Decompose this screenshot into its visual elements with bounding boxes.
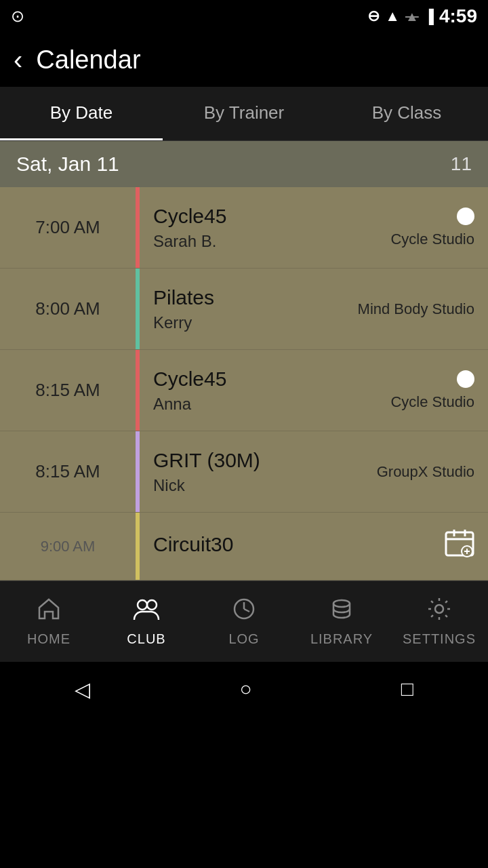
signal-icon: ▲ xyxy=(405,9,419,24)
back-icon: ‹ xyxy=(14,45,22,75)
class-details: GRIT (30M) Nick xyxy=(140,431,363,512)
class-right: Cycle Studio xyxy=(377,187,488,268)
table-row[interactable]: 8:15 AM Cycle45 Anna Cycle Studio xyxy=(0,350,488,431)
class-details: Cycle45 Sarah B. xyxy=(140,187,377,268)
library-icon xyxy=(329,597,354,627)
booking-dot xyxy=(457,370,474,388)
nav-label-library: LIBRARY xyxy=(310,631,373,647)
class-details: Circuit30 xyxy=(140,513,431,580)
table-row[interactable]: 8:15 AM GRIT (30M) Nick GroupX Studio xyxy=(0,431,488,513)
class-name: Cycle45 xyxy=(153,205,363,228)
svg-point-8 xyxy=(147,600,157,610)
class-time: 8:15 AM xyxy=(0,431,136,512)
nav-item-club[interactable]: CLUB xyxy=(98,597,195,647)
svg-point-7 xyxy=(138,600,147,610)
nav-item-library[interactable]: LIBRARY xyxy=(293,597,390,647)
date-text: Sat, Jan 11 xyxy=(16,153,119,176)
class-right xyxy=(431,513,488,580)
page-title: Calendar xyxy=(36,45,140,75)
class-time: 9:00 AM xyxy=(0,513,136,580)
studio-name: GroupX Studio xyxy=(377,463,474,481)
trainer-name: Anna xyxy=(153,395,363,414)
class-right: Cycle Studio xyxy=(377,350,488,431)
people-icon xyxy=(133,597,160,627)
clock-icon xyxy=(232,597,256,627)
class-details: Pilates Kerry xyxy=(140,269,344,349)
nav-item-log[interactable]: LOG xyxy=(195,597,293,647)
svg-point-12 xyxy=(333,600,350,607)
top-bar: ‹ Calendar xyxy=(0,33,488,87)
date-header: Sat, Jan 11 11 xyxy=(0,141,488,187)
trainer-name: Sarah B. xyxy=(153,232,363,251)
app-notification-icon: ⊙ xyxy=(11,7,24,26)
class-time: 8:15 AM xyxy=(0,350,136,431)
class-right: Mind Body Studio xyxy=(344,269,488,349)
class-time: 7:00 AM xyxy=(0,187,136,268)
nav-item-settings[interactable]: SETTINGS xyxy=(390,597,488,647)
svg-line-11 xyxy=(244,609,249,612)
tab-by-class[interactable]: By Class xyxy=(325,87,488,140)
trainer-name: Nick xyxy=(153,476,350,495)
calendar-add-icon xyxy=(445,528,474,564)
svg-point-13 xyxy=(435,605,443,613)
recents-nav-button[interactable]: □ xyxy=(401,677,413,701)
schedule-list: 7:00 AM Cycle45 Sarah B. Cycle Studio 8:… xyxy=(0,187,488,580)
tab-bar: By Date By Trainer By Class xyxy=(0,87,488,141)
table-row[interactable]: 9:00 AM Circuit30 xyxy=(0,513,488,580)
wifi-icon: ▲ xyxy=(385,7,400,25)
class-name: Circuit30 xyxy=(153,533,418,556)
home-icon xyxy=(37,597,61,627)
nav-item-home[interactable]: HOME xyxy=(0,597,98,647)
nav-label-club: CLUB xyxy=(127,631,165,647)
class-right: GroupX Studio xyxy=(363,431,488,512)
studio-name: Cycle Studio xyxy=(390,393,474,411)
booking-dot xyxy=(457,208,474,225)
class-time: 8:00 AM xyxy=(0,269,136,349)
tab-by-trainer[interactable]: By Trainer xyxy=(163,87,325,140)
clock: 4:59 xyxy=(439,5,477,27)
back-nav-button[interactable]: ◁ xyxy=(75,677,90,701)
do-not-disturb-icon: ⊖ xyxy=(367,7,380,25)
bottom-nav: HOME CLUB LOG xyxy=(0,580,488,662)
class-details: Cycle45 Anna xyxy=(140,350,377,431)
status-bar: ⊙ ⊖ ▲ ▲ ▐ 4:59 xyxy=(0,0,488,33)
gear-icon xyxy=(427,597,451,627)
nav-label-home: HOME xyxy=(27,631,70,647)
android-nav: ◁ ○ □ xyxy=(0,662,488,716)
status-bar-left: ⊙ xyxy=(11,7,24,26)
nav-label-log: LOG xyxy=(228,631,259,647)
trainer-name: Kerry xyxy=(153,313,331,332)
studio-name: Mind Body Studio xyxy=(358,300,474,318)
battery-icon: ▐ xyxy=(424,9,434,24)
class-name: Cycle45 xyxy=(153,368,363,391)
class-name: Pilates xyxy=(153,286,331,309)
status-bar-right: ⊖ ▲ ▲ ▐ 4:59 xyxy=(367,5,477,27)
table-row[interactable]: 7:00 AM Cycle45 Sarah B. Cycle Studio xyxy=(0,187,488,269)
nav-label-settings: SETTINGS xyxy=(403,631,476,647)
class-name: GRIT (30M) xyxy=(153,449,350,472)
studio-name: Cycle Studio xyxy=(390,231,474,248)
date-count: 11 xyxy=(451,153,472,175)
tab-by-date[interactable]: By Date xyxy=(0,87,163,140)
back-button[interactable]: ‹ xyxy=(14,45,22,75)
table-row[interactable]: 8:00 AM Pilates Kerry Mind Body Studio xyxy=(0,269,488,350)
home-nav-button[interactable]: ○ xyxy=(239,677,251,701)
